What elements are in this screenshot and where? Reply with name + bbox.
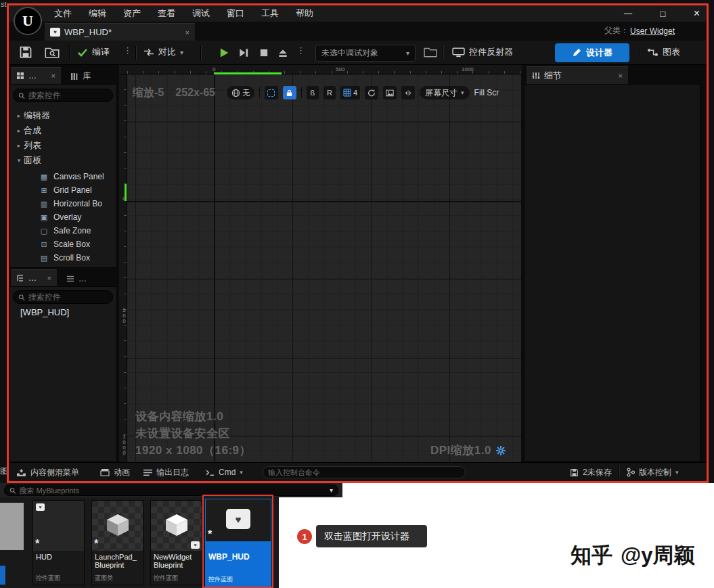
console-command-field[interactable] [263,466,466,478]
screenshot-button[interactable] [383,86,397,99]
cmd-dropdown[interactable]: Cmd ▾ [206,466,243,478]
designer-canvas[interactable]: 缩放-5 252x-65 无 ß R 4 [127,74,521,462]
browse-to-asset-button[interactable] [45,47,60,61]
widget-blueprint-icon: ♥ [50,28,60,37]
chevron-down-icon[interactable]: ▾ [330,487,333,494]
watermark-brand: 知乎 [571,541,612,570]
stop-button[interactable] [259,47,269,61]
maximize-button[interactable]: □ [660,9,665,19]
grid-snap-button[interactable]: 4 [340,86,360,99]
chevron-down-icon: ▾ [240,469,243,476]
flow-direction-button[interactable]: R [323,86,336,99]
console-command-input[interactable] [268,468,460,476]
palette-item-scroll-box[interactable]: ▤ Scroll Box [9,250,117,265]
graph-mode-button[interactable]: 图表 [647,46,680,58]
tab-close-icon[interactable]: × [619,72,623,80]
palette-item-canvas-panel[interactable]: ▦ Canvas Panel [9,169,117,184]
output-log-button[interactable]: 输出日志 [143,466,189,478]
revision-control-dropdown[interactable]: 版本控制 ▾ [627,466,679,478]
palette-category-list[interactable]: ▸ 列表 [9,138,117,153]
palette-search[interactable] [13,89,113,102]
palette-search-input[interactable] [28,91,108,100]
pseudo-localization-button[interactable]: ß [307,86,319,99]
palette-category-composite[interactable]: ▸ 合成 [9,123,117,138]
save-button[interactable] [19,45,32,62]
hierarchy-search-input[interactable] [28,292,108,302]
library-tab[interactable]: 库 [65,68,96,84]
close-button[interactable]: × [694,7,700,20]
globe-icon [231,89,240,97]
palette-category-panel[interactable]: ▾ 面板 [9,153,117,168]
widget-blueprint-icon: ♥ [226,509,250,529]
ruler-number: 0 [213,66,215,72]
menu-item-view[interactable]: 查看 [158,7,175,20]
content-drawer-button[interactable]: 内容侧滑菜单 [16,466,79,478]
diff-button[interactable]: 对比 ▾ [143,46,183,58]
menu-item-edit[interactable]: 编辑 [89,7,106,20]
unreal-engine-logo-icon[interactable]: U [14,7,42,35]
play-button[interactable] [218,47,230,62]
widget-reflector-button[interactable]: 控件反射器 [452,46,513,58]
asset-tile-hud[interactable]: ♥ * HUD 控件蓝图 [32,500,85,585]
content-browser-search[interactable]: ▾ [4,484,338,496]
palette-item-scale-box[interactable]: ⊡ Scale Box [9,237,117,252]
list-icon [66,275,74,283]
debug-browse-button[interactable] [424,47,437,60]
hierarchy-tab-b[interactable]: … [61,271,92,286]
menu-item-asset[interactable]: 资产 [123,7,141,20]
tab-close-icon[interactable]: × [47,274,51,282]
palette-item-safe-zone[interactable]: ▢ Safe Zone [9,223,117,238]
tab-wbp-hud[interactable]: ♥ WBP_HUD* × [45,23,195,41]
widget-blueprint-icon: ♥ [36,503,45,511]
asset-tile-newwidget-blueprint[interactable]: ♥ NewWidget Blueprint 控件蓝图 [150,500,202,585]
parent-class-link[interactable]: User Widget [630,26,675,36]
asset-tile-launchpad-blueprint[interactable]: * LaunchPad_Blueprint 蓝图类 [91,500,143,585]
expand-arrow-icon: ▸ [14,127,24,134]
search-icon [18,294,25,301]
safe-zone-icon: ▢ [39,227,49,235]
menu-item-window[interactable]: 窗口 [227,7,244,20]
ruler-number: 500 [336,66,344,72]
menu-item-file[interactable]: 文件 [54,7,72,20]
dpi-settings-gear-icon[interactable] [495,445,506,456]
menu-item-debug[interactable]: 调试 [192,7,210,20]
chevron-down-icon: ▾ [406,49,409,57]
palette-category-editor[interactable]: ▸ 编辑器 [9,108,117,123]
fill-screen-option[interactable]: Fill Scr [474,88,499,97]
palette-item-grid-panel[interactable]: ⊞ Grid Panel [9,183,117,198]
stop-icon [259,47,269,58]
asset-tile-partial[interactable] [0,503,24,550]
localization-preview-button[interactable]: 无 [227,86,254,99]
rotate-button[interactable] [365,86,378,99]
unsaved-assets-button[interactable]: 2未保存 [570,466,612,478]
palette-tab[interactable]: … × [11,67,61,84]
compile-options-button[interactable]: ⋮ [123,45,132,55]
compile-button[interactable]: 编译 [77,46,110,58]
menu-item-tools[interactable]: 工具 [261,7,279,20]
chevron-down-icon: ▾ [461,89,464,96]
content-browser-search-input[interactable] [19,487,326,495]
unsaved-star-icon: * [35,538,39,550]
palette-item-overlay[interactable]: ▣ Overlay [9,210,117,225]
asset-tile-wbp-hud[interactable]: ♥ * WBP_HUD 控件蓝图 [205,499,271,587]
palette-item-horizontal-box[interactable]: ▥ Horizontal Bo [9,196,117,211]
screen-size-dropdown[interactable]: 屏幕尺寸 ▾ [420,86,470,99]
hierarchy-search[interactable] [13,290,113,304]
designer-mode-button[interactable]: 设计器 [555,43,629,62]
details-tab[interactable]: 细节 × [527,66,628,84]
animation-button[interactable]: 动画 [100,466,130,478]
mirror-button[interactable] [401,86,415,99]
play-options-button[interactable]: ⋮ [296,45,305,55]
logo-letter: U [22,12,33,30]
tab-close-icon[interactable]: × [51,72,55,80]
debug-object-dropdown[interactable]: 未选中调试对象 ▾ [315,45,416,62]
lock-widget-button[interactable] [283,86,296,99]
marquee-select-button[interactable] [265,86,278,99]
eject-button[interactable] [277,47,288,61]
minimize-button[interactable]: — [624,9,632,18]
menu-item-help[interactable]: 帮助 [296,7,313,20]
frame-skip-button[interactable] [238,47,249,61]
hierarchy-root-item[interactable]: [WBP_HUD] [20,307,69,317]
hierarchy-tab-a[interactable]: … × [11,269,57,286]
tab-close-icon[interactable]: × [185,28,189,37]
